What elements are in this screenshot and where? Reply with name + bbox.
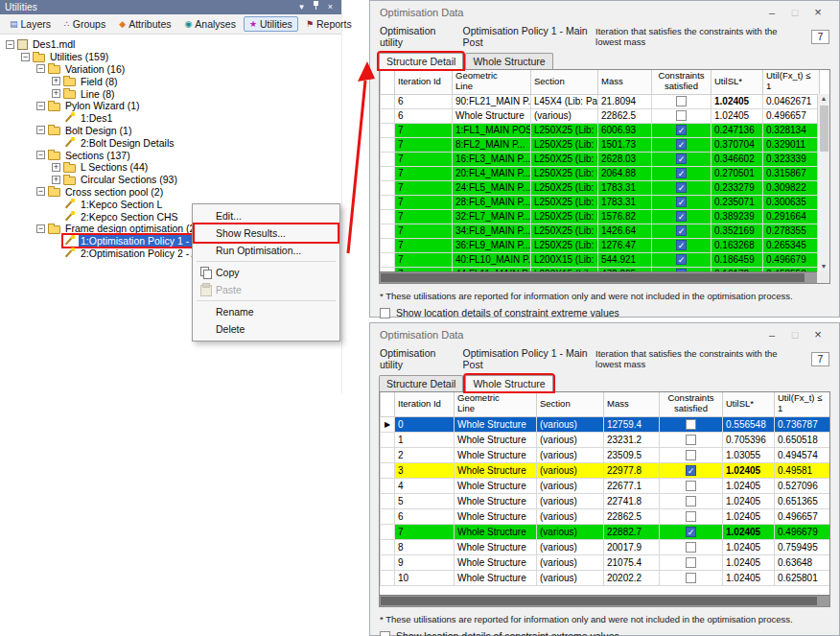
column-header[interactable]: Constraints satisfied [652,70,712,94]
row-gutter-cell[interactable] [381,432,395,447]
toolbar-button-utilities[interactable]: ★Utilities [244,16,298,32]
table-row[interactable]: 8Whole Structure(various)20017.91.024050… [381,539,831,554]
constraints-checkbox[interactable]: ✓ [686,465,696,476]
row-gutter-cell[interactable] [381,478,395,493]
constraints-checkbox[interactable] [686,557,696,568]
tree-expander-minus[interactable]: − [36,102,45,110]
column-header[interactable]: Util(Fx_t) ≤ 1 [775,392,831,416]
column-header[interactable]: Mass [604,392,660,416]
vertical-scrollbar[interactable]: ▲ ▼ [817,94,829,271]
constraints-checkbox[interactable] [686,419,696,430]
tree-expander-minus[interactable]: − [21,53,30,61]
row-gutter-cell[interactable] [381,209,395,224]
tab-whole-structure[interactable]: Whole Structure [465,375,552,391]
close-icon[interactable]: × [806,5,829,19]
table-row[interactable]: 6Whole Structure(various)22862.51.024050… [381,108,820,123]
tree-item[interactable]: −Utilities (159) [2,51,341,63]
show-location-checkbox[interactable] [380,308,390,318]
tree-expander-minus[interactable]: − [36,187,45,196]
tree-expander-minus[interactable]: − [36,126,45,134]
table-row[interactable]: 690:FL21_MAIN P...L45X4 (Lib: Para...21.… [381,94,820,108]
constraints-checkbox[interactable]: ✓ [676,254,687,265]
constraints-checkbox[interactable] [686,573,696,583]
row-gutter-cell[interactable] [381,180,395,195]
row-gutter-cell[interactable] [381,137,395,152]
table-row[interactable]: 720:FL4_MAIN P...L250X25 (Lib: Pa...2064… [381,166,820,180]
maximize-icon[interactable]: □ [783,329,806,341]
row-gutter-cell[interactable] [381,462,395,478]
tree-expander-plus[interactable]: + [52,77,60,85]
close-icon[interactable]: × [806,327,829,342]
constraints-checkbox[interactable]: ✓ [676,153,687,164]
horizontal-scrollbar[interactable] [380,595,829,606]
tree-item[interactable]: −Des1.mdl [2,38,341,51]
menu-item-edit[interactable]: Edit... [195,207,338,224]
dialog-titlebar[interactable]: Optimisation Data – □ × [370,323,839,345]
constraints-checkbox[interactable] [686,435,696,445]
column-header[interactable]: Mass [598,70,652,94]
tree-expander-minus[interactable]: − [36,151,45,159]
table-row[interactable]: 740:FL10_MAIN P...L200X15 (Lib: Pa...544… [381,252,820,267]
chevron-down-icon[interactable]: ▾ [295,1,308,13]
tree-expander-plus[interactable]: + [52,89,60,98]
dialog-titlebar[interactable]: Optimisation Data – □ × [370,1,839,23]
row-gutter-cell[interactable] [381,123,395,137]
constraints-checkbox[interactable] [676,110,687,121]
close-icon[interactable]: × [324,1,337,13]
table-row[interactable]: 732:FL7_MAIN P...L250X25 (Lib: Pa...1576… [381,209,820,224]
row-gutter-cell[interactable] [381,524,395,539]
constraints-checkbox[interactable]: ✓ [676,225,687,236]
toolbar-button-analyses[interactable]: ◉Analyses [178,16,241,32]
menu-item-rename[interactable]: Rename [195,303,338,320]
tree-expander-plus[interactable]: + [52,176,60,184]
row-gutter-cell[interactable] [381,252,395,267]
row-gutter-cell[interactable] [381,224,395,238]
table-row[interactable]: 716:FL3_MAIN P...L250X25 (Lib: Pa...2628… [381,152,820,166]
table-row[interactable]: 736:FL9_MAIN P...L250X25 (Lib: Pa...1276… [381,238,820,252]
constraints-checkbox[interactable]: ✓ [676,168,687,178]
row-gutter-cell[interactable] [381,166,395,180]
toolbar-button-groups[interactable]: ∴Groups [58,16,111,32]
row-gutter-cell[interactable] [381,238,395,252]
toolbar-button-attributes[interactable]: ◆Attributes [113,16,176,32]
table-row[interactable]: 3Whole Structure(various)22977.8✓1.02405… [381,462,831,478]
column-header[interactable]: Geometric Line [455,392,537,416]
constraints-checkbox[interactable]: ✓ [676,240,687,250]
table-row[interactable]: 4Whole Structure(various)22677.11.024050… [381,478,831,493]
table-row[interactable]: 724:FL5_MAIN P...L250X25 (Lib: Pa...1783… [381,180,820,195]
minimize-icon[interactable]: – [760,329,783,341]
menu-item-delete[interactable]: Delete [195,320,338,338]
show-location-checkbox[interactable] [380,631,390,636]
constraints-checkbox[interactable]: ✓ [686,527,696,537]
tree-item[interactable]: +Circular Sections (93) [2,174,341,186]
minimize-icon[interactable]: – [760,7,783,18]
table-row[interactable]: 6Whole Structure(various)22862.51.024050… [381,508,831,524]
constraints-checkbox[interactable] [686,450,696,460]
tree-item[interactable]: +L Sections (44) [2,161,341,174]
constraints-checkbox[interactable]: ✓ [676,211,687,222]
tree-item[interactable]: −Bolt Design (1) [2,125,341,137]
optimisation-utility-value[interactable]: Optimisation Policy 1 - Main Post [463,347,595,370]
column-header[interactable]: Util(Fx_t) ≤ 1 [763,70,820,94]
tree-expander-minus[interactable]: − [6,40,14,49]
row-gutter-cell[interactable] [381,195,395,209]
row-gutter-cell[interactable] [381,493,395,508]
menu-item-show-results[interactable]: Show Results... [195,224,338,242]
constraints-checkbox[interactable]: ✓ [676,182,687,193]
tree-item[interactable]: +Line (8) [2,87,341,100]
table-row[interactable]: 7Whole Structure(various)22882.7✓1.02405… [381,524,831,539]
column-header[interactable]: Iteration Id [395,392,455,416]
row-gutter-cell[interactable] [381,539,395,554]
constraints-checkbox[interactable] [686,496,696,506]
toolbar-button-layers[interactable]: ▤Layers [4,16,57,32]
column-header[interactable]: Geometric Line [453,70,531,94]
tree-item[interactable]: −Cross section pool (2) [2,186,341,199]
tab-structure-detail[interactable]: Structure Detail [379,375,463,391]
tree-item[interactable]: +Field (8) [2,75,341,87]
table-row[interactable]: 1Whole Structure(various)23231.20.705396… [381,432,831,447]
table-row[interactable]: 5Whole Structure(various)22741.81.024050… [381,493,831,508]
constraints-checkbox[interactable]: ✓ [676,125,687,135]
column-header[interactable]: Iteration Id [395,70,453,94]
constraints-checkbox[interactable]: ✓ [676,139,687,150]
pin-icon[interactable] [310,0,322,14]
